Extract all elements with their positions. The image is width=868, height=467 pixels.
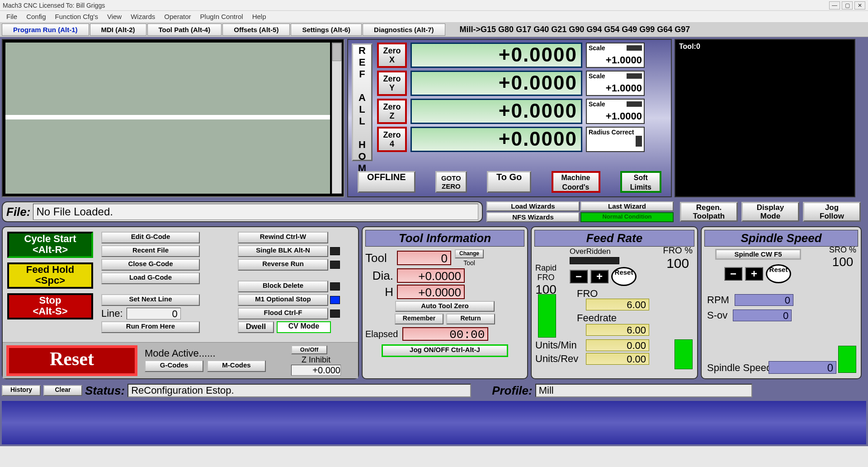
clear-button[interactable]: Clear: [43, 385, 82, 396]
menu-wizards[interactable]: Wizards: [126, 11, 160, 22]
jog-follow-button[interactable]: JogFollow: [803, 202, 861, 222]
zero-x-button[interactable]: ZeroX: [377, 43, 407, 68]
menu-file[interactable]: File: [2, 11, 22, 22]
scale-x[interactable]: Scale+1.0000: [586, 43, 645, 68]
feedrate-header: Feed Rate: [534, 230, 694, 247]
fro-pct-label: FRO %: [663, 245, 693, 255]
goto-zero-button[interactable]: GOTOZERO: [435, 171, 467, 193]
sro-plus-button[interactable]: +: [745, 267, 763, 281]
dia-label: Dia.: [365, 269, 393, 283]
menu-view[interactable]: View: [103, 11, 126, 22]
load-wizards-button[interactable]: Load Wizards: [486, 201, 580, 211]
feedrate-bar[interactable]: [675, 339, 693, 369]
dro-x[interactable]: +0.0000: [410, 43, 582, 68]
offline-button[interactable]: OFFLINE: [358, 171, 415, 193]
zero-z-button[interactable]: ZeroZ: [377, 99, 407, 124]
reset-button[interactable]: Reset: [6, 345, 137, 376]
recent-file-button[interactable]: Recent File: [101, 245, 200, 257]
radius-correct[interactable]: Radius Correct: [586, 127, 645, 152]
menu-plugin[interactable]: PlugIn Control: [196, 11, 248, 22]
flood-button[interactable]: Flood Ctrl-F: [238, 308, 328, 319]
tab-diagnostics[interactable]: Diagnostics (Alt-7): [363, 24, 445, 36]
block-delete-led: [330, 282, 340, 291]
scale-z[interactable]: Scale+1.0000: [586, 99, 645, 124]
toolpath-display[interactable]: Tool:0: [675, 39, 855, 197]
gcodes-button[interactable]: G-Codes: [145, 360, 203, 372]
spindle-cw-button[interactable]: Spindle CW F5: [715, 249, 801, 260]
tab-program-run[interactable]: Program Run (Alt-1): [2, 24, 89, 36]
spindle-panel: Spindle Speed Spindle CW F5 SRO %100 − +…: [701, 226, 862, 379]
sov-value[interactable]: 0: [733, 310, 792, 321]
remember-button[interactable]: Remember: [395, 314, 443, 324]
block-delete-button[interactable]: Block Delete: [238, 281, 328, 292]
zero-4-button[interactable]: Zero4: [377, 127, 407, 152]
return-button[interactable]: Return: [446, 314, 495, 324]
tab-mdi[interactable]: MDI (Alt-2): [90, 24, 146, 36]
dro-z[interactable]: +0.0000: [410, 99, 582, 124]
spindle-speed-value[interactable]: 0: [769, 361, 836, 374]
cycle-start-button[interactable]: Cycle Start<Alt-R>: [7, 232, 93, 258]
flood-led: [330, 310, 340, 318]
soft-limits-button[interactable]: SoftLimits: [620, 171, 661, 193]
last-wizard-button[interactable]: Last Wizard: [580, 201, 674, 211]
single-blk-button[interactable]: Single BLK Alt-N: [238, 245, 328, 257]
file-input[interactable]: [33, 204, 478, 220]
menu-function-cfg[interactable]: Function Cfg's: [51, 11, 103, 22]
load-gcode-button[interactable]: Load G-Code: [101, 272, 200, 284]
run-from-here-button[interactable]: Run From Here: [101, 321, 200, 333]
sro-minus-button[interactable]: −: [724, 267, 742, 281]
zinhibit-onoff-button[interactable]: On/Off: [291, 345, 327, 354]
display-mode-button[interactable]: DisplayMode: [741, 202, 799, 222]
tool-info-header: Tool Information: [365, 230, 524, 247]
nfs-wizards-button[interactable]: NFS Wizards: [486, 212, 580, 222]
scale-y[interactable]: Scale+1.0000: [586, 71, 645, 96]
dwell-button[interactable]: Dwell: [238, 321, 274, 333]
auto-tool-zero-button[interactable]: Auto Tool Zero: [395, 301, 495, 312]
jog-onoff-button[interactable]: Jog ON/OFF Ctrl-Alt-J: [382, 344, 508, 357]
menu-config[interactable]: Config: [22, 11, 50, 22]
fro-reset-button[interactable]: Reset: [611, 267, 637, 286]
menu-operator[interactable]: Operator: [160, 11, 195, 22]
togo-button[interactable]: To Go: [487, 171, 531, 193]
close-button[interactable]: ✕: [854, 1, 865, 10]
tab-settings[interactable]: Settings (Alt-6): [291, 24, 362, 36]
spindle-speed-label: Spindle Speed: [707, 362, 772, 374]
feed-hold-button[interactable]: Feed Hold<Spc>: [7, 262, 93, 289]
feedrate-value[interactable]: 6.00: [586, 324, 649, 336]
zinhibit-value[interactable]: +0.000: [291, 365, 341, 376]
dia-value[interactable]: +0.0000: [397, 268, 465, 283]
fro-plus-button[interactable]: +: [590, 270, 609, 283]
sro-reset-button[interactable]: Reset: [766, 264, 791, 283]
spindle-bar[interactable]: [838, 346, 856, 373]
cv-mode[interactable]: CV Mode: [277, 321, 331, 333]
rewind-button[interactable]: Rewind Ctrl-W: [238, 232, 328, 243]
tab-toolpath[interactable]: Tool Path (Alt-4): [147, 24, 222, 36]
set-next-line-button[interactable]: Set Next Line: [101, 294, 200, 306]
rapid-fro-bar[interactable]: [538, 294, 556, 338]
machine-coords-button[interactable]: MachineCoord's: [552, 171, 600, 193]
fro-value[interactable]: 6.00: [586, 299, 649, 310]
menu-help[interactable]: Help: [248, 11, 271, 22]
gcode-scrollbar[interactable]: [332, 43, 342, 194]
maximize-button[interactable]: ▢: [842, 1, 853, 10]
line-value[interactable]: 0: [127, 308, 181, 319]
dro-4[interactable]: +0.0000: [410, 127, 582, 152]
change-tool-button[interactable]: Change: [455, 249, 484, 258]
stop-button[interactable]: Stop<Alt-S>: [7, 293, 93, 319]
h-value[interactable]: +0.0000: [397, 285, 465, 299]
edit-gcode-button[interactable]: Edit G-Code: [101, 232, 200, 243]
ref-all-home-button[interactable]: REF ALL HOME: [352, 43, 373, 161]
m1-stop-button[interactable]: M1 Optional Stop: [238, 294, 328, 306]
reverse-run-button[interactable]: Reverse Run: [238, 259, 328, 271]
history-button[interactable]: History: [2, 385, 41, 396]
dro-y[interactable]: +0.0000: [410, 71, 582, 96]
fro-minus-button[interactable]: −: [570, 270, 588, 283]
gcode-list[interactable]: [5, 43, 330, 194]
mcodes-button[interactable]: M-Codes: [207, 360, 266, 372]
minimize-button[interactable]: —: [829, 1, 840, 10]
tool-number[interactable]: 0: [397, 251, 451, 265]
close-gcode-button[interactable]: Close G-Code: [101, 259, 200, 271]
zero-y-button[interactable]: ZeroY: [377, 71, 407, 96]
tab-offsets[interactable]: Offsets (Alt-5): [222, 24, 290, 36]
regen-toolpath-button[interactable]: Regen.Toolpath: [680, 202, 738, 222]
